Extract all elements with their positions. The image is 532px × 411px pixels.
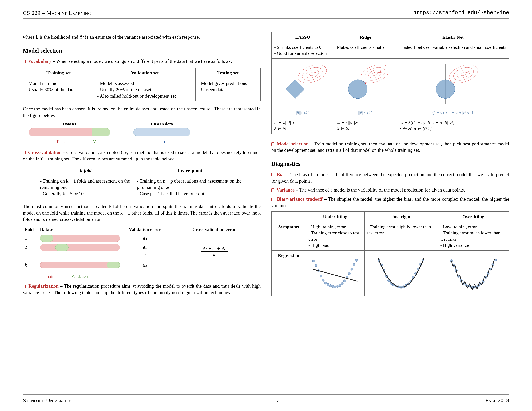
reg-term: Regularization (28, 283, 58, 289)
td-validation: - Model is assessed - Usually 20% of the… (95, 78, 196, 101)
vocab-term: Vocabulary (28, 59, 51, 64)
verr: ⋮ (122, 252, 168, 261)
svg-point-19 (452, 83, 454, 84)
right-column: LASSO Ridge Elastic Net - Shrinks coeffi… (271, 32, 509, 299)
constraint-elastic: (1 − α)||θ||₁ + α||θ||₂² ⩽ 1 (400, 110, 506, 115)
likelihood-note: where L is the likelihood and σ̂² is an … (23, 34, 261, 40)
svg-text:+θ*: +θ* (314, 71, 320, 74)
svg-point-10 (348, 80, 368, 99)
justright-chart (367, 252, 435, 292)
formula-ridge: ... + λ||θ||₂² λ ∈ ℝ (334, 117, 397, 134)
svg-point-6 (296, 61, 329, 86)
fold-bar (40, 262, 120, 268)
td-training: - Model is trained - Usually 80% of the … (23, 78, 95, 101)
bias-variance-table: Underfitting Just right Overfitting Symp… (271, 212, 509, 296)
svg-point-42 (353, 263, 355, 266)
section-model-selection: Model selection (23, 47, 261, 55)
th-justright: Just right (365, 212, 437, 222)
svg-point-31 (327, 283, 329, 286)
desc-lasso: - Shrinks coefficients to 0 - Good for v… (272, 42, 334, 58)
dataset-label: Dataset (28, 121, 110, 127)
ms-para: Model selection – Train model on trainin… (271, 141, 509, 154)
svg-point-36 (339, 284, 341, 287)
variance-term: Variance (276, 187, 294, 192)
fold-bar (40, 235, 120, 242)
verr: ϵ₂ (122, 243, 168, 252)
diagram-lasso: +θ* ||θ||₁ ⩽ 1 (272, 58, 334, 117)
plot-overfit (437, 250, 509, 296)
svg-point-28 (320, 275, 322, 277)
cv-types-table: k-fold Leave-p-out - Training on k − 1 f… (37, 165, 246, 199)
th-underfit: Underfitting (306, 212, 365, 222)
constraint-lasso: ||θ||₁ ⩽ 1 (274, 110, 331, 115)
svg-point-14 (363, 65, 387, 83)
cv-term: Cross-validation (28, 150, 61, 155)
th-elastic: Elastic Net (397, 32, 509, 42)
svg-point-26 (315, 264, 317, 267)
test-segment (133, 128, 190, 136)
fold-row-1: 1 ϵ₁ ϵ₁ + ... + ϵₖk (23, 234, 261, 243)
h-cverr: Cross-validation error (168, 225, 261, 234)
bookmark-icon (271, 142, 274, 146)
svg-point-11 (365, 83, 367, 84)
valid-caption: Validation (92, 139, 110, 144)
plot-underfit (306, 250, 365, 296)
cverr-cell: ϵ₁ + ... + ϵₖk (168, 234, 261, 270)
bookmark-icon (271, 173, 274, 177)
sym-underfit: - High training error - Training error c… (306, 222, 365, 251)
bias-para: Bias – The bias of a model is the differ… (271, 171, 509, 184)
svg-text:+θ*: +θ* (377, 71, 382, 74)
unseen-label: Unseen data (133, 121, 190, 127)
svg-point-40 (348, 272, 351, 275)
two-column-layout: where L is the likelihood and σ̂² is an … (23, 32, 509, 299)
desc-ridge: Makes coefficients smaller (334, 42, 397, 58)
formula-lasso: ... + λ||θ||₁ λ ∈ ℝ (272, 117, 334, 134)
svg-point-35 (336, 285, 339, 288)
reg-para: Regularization – The regularization proc… (23, 283, 261, 296)
variance-para: Variance – The variance of a model is th… (271, 187, 509, 193)
svg-marker-2 (286, 80, 305, 99)
svg-point-38 (343, 280, 346, 282)
course-title: CS 229 – Machine Learning (23, 9, 91, 17)
verr: ϵ₁ (122, 234, 168, 243)
split-diagram: Dataset Unseen data Train Validation Tes… (28, 121, 261, 144)
plot-justright (365, 250, 437, 296)
variance-text: – The variance of a model is the variabi… (296, 187, 465, 192)
train-caption: Train (28, 139, 92, 144)
bookmark-icon (23, 60, 26, 63)
bvt-para: Bias/variance tradeoff – The simpler the… (271, 196, 509, 209)
kfold-diagram: Fold Dataset Validation error Cross-vali… (23, 225, 261, 270)
underfit-chart (308, 252, 362, 292)
formula-elastic: ... + λ[(1 − α)||θ||₁ + α||θ||₂²] λ ∈ ℝ,… (397, 117, 509, 134)
th-testing: Testing set (196, 68, 261, 78)
bookmark-icon (23, 151, 26, 154)
fold-num: 2 (23, 243, 38, 252)
svg-text:+θ*: +θ* (466, 71, 471, 74)
row-regression: Regression (272, 250, 306, 296)
row-symptoms: Symptoms (272, 222, 306, 251)
cv-para: Cross-validation – Cross-validation, als… (23, 149, 261, 162)
bookmark-icon (23, 285, 26, 288)
kfold-train-caption: Train (46, 274, 54, 279)
bookmark-icon (271, 188, 274, 192)
post-split-para: Once the model has been chosen, it is tr… (23, 106, 261, 119)
bookmark-icon (271, 198, 274, 201)
page-url: https://stanford.edu/~shervine (413, 9, 509, 17)
th-overfit: Overfitting (437, 212, 509, 222)
td-lpo: - Training on n − p observations and ass… (134, 176, 246, 199)
vocab-para: Vocabulary – When selecting a model, we … (23, 58, 261, 65)
h-verr: Validation error (122, 225, 168, 234)
svg-point-29 (322, 279, 324, 281)
test-caption: Test (133, 139, 190, 144)
sym-overfit: - Low training error - Training error mu… (437, 222, 509, 251)
data-split-table: Training set Validation set Testing set … (23, 68, 261, 102)
svg-point-34 (334, 286, 336, 288)
td-testing: - Model gives predictions - Unseen data (196, 78, 261, 101)
overfit-chart (440, 252, 506, 292)
diagram-elastic: +θ* (1 − α)||θ||₁ + α||θ||₂² ⩽ 1 (397, 58, 509, 117)
kfold-valid-caption: Validation (71, 274, 88, 279)
bias-text: – The bias of a model is the difference … (271, 172, 509, 184)
fold-bar (40, 244, 120, 251)
th-validation: Validation set (95, 68, 196, 78)
svg-point-5 (300, 65, 324, 83)
